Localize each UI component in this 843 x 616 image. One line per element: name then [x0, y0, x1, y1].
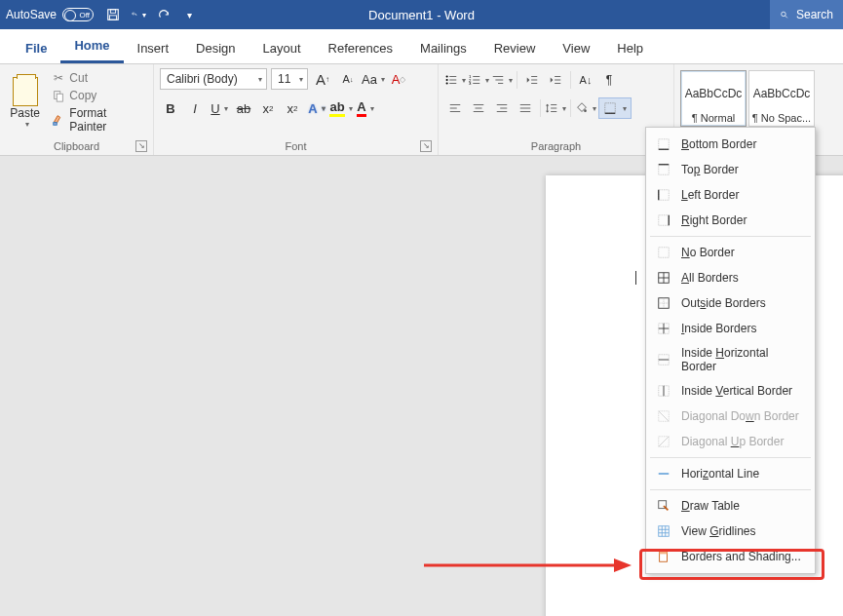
- svg-rect-76: [659, 526, 670, 537]
- group-clipboard: Paste ▾ ✂ Cut Copy Form: [0, 64, 154, 155]
- line-spacing-button[interactable]: ▾: [545, 98, 566, 118]
- undo-icon[interactable]: ▾: [131, 7, 146, 22]
- text-cursor: [635, 271, 636, 285]
- tab-view[interactable]: View: [549, 33, 603, 63]
- borders-button[interactable]: ▾: [598, 97, 632, 119]
- copy-button[interactable]: Copy: [50, 88, 147, 103]
- underline-button[interactable]: U▾: [209, 97, 230, 119]
- tab-references[interactable]: References: [315, 33, 406, 63]
- clear-formatting-button[interactable]: A◇: [388, 68, 409, 90]
- svg-point-10: [446, 79, 448, 81]
- menu-inside-borders[interactable]: Inside Borders: [646, 316, 815, 341]
- quick-access-toolbar: ▾ ▾: [105, 7, 197, 22]
- change-case-button[interactable]: Aa▾: [363, 68, 384, 90]
- menu-all-borders[interactable]: All Borders: [646, 265, 815, 290]
- svg-rect-52: [659, 190, 670, 201]
- sort-button[interactable]: A↓: [575, 70, 596, 90]
- menu-outside-borders[interactable]: Outside Borders: [646, 290, 815, 316]
- tab-insert[interactable]: Insert: [124, 33, 183, 63]
- cut-button[interactable]: ✂ Cut: [50, 70, 147, 86]
- save-icon[interactable]: [105, 7, 121, 22]
- grow-font-button[interactable]: A↑: [312, 68, 333, 90]
- scissors-icon: ✂: [52, 71, 65, 85]
- autosave-control[interactable]: AutoSave Off: [6, 8, 94, 21]
- inside-v-border-icon: [656, 383, 671, 399]
- tab-design[interactable]: Design: [182, 33, 249, 63]
- svg-rect-50: [659, 165, 670, 175]
- svg-point-8: [446, 75, 448, 77]
- menu-bottom-border[interactable]: Bottom Border: [646, 132, 815, 157]
- menu-borders-and-shading[interactable]: Borders and Shading...: [646, 544, 815, 569]
- menu-no-border[interactable]: No Border: [646, 240, 815, 265]
- menu-inside-horizontal-border[interactable]: Inside Horizontal Border: [646, 341, 815, 378]
- svg-point-3: [782, 12, 786, 16]
- clipboard-launcher[interactable]: ↘: [135, 140, 147, 152]
- clipboard-icon: [13, 77, 38, 106]
- svg-rect-56: [659, 248, 670, 258]
- diag-down-icon: [656, 408, 671, 424]
- right-border-icon: [656, 212, 671, 228]
- autosave-toggle[interactable]: Off: [62, 8, 94, 21]
- qat-customize-icon[interactable]: ▾: [181, 7, 197, 22]
- shading-button[interactable]: ▾: [575, 98, 596, 118]
- outside-borders-icon: [656, 295, 671, 311]
- justify-button[interactable]: [515, 98, 536, 118]
- font-size-combo[interactable]: 11▾: [271, 68, 308, 90]
- title-bar: AutoSave Off ▾ ▾ Document1 - Word Search: [0, 0, 843, 29]
- strikethrough-button[interactable]: ab: [233, 97, 254, 119]
- decrease-indent-button[interactable]: [521, 70, 543, 90]
- menu-top-border[interactable]: Top Border: [646, 157, 815, 182]
- increase-indent-button[interactable]: [545, 70, 566, 90]
- font-family-combo[interactable]: Calibri (Body)▾: [160, 68, 267, 90]
- align-center-button[interactable]: [468, 98, 489, 118]
- menu-horizontal-line[interactable]: Horizontal Line: [646, 461, 815, 486]
- style-normal[interactable]: AaBbCcDc ¶ Normal: [680, 70, 747, 127]
- menu-view-gridlines[interactable]: View Gridlines: [646, 519, 815, 544]
- draw-table-icon: [656, 498, 671, 514]
- show-marks-button[interactable]: ¶: [598, 70, 620, 90]
- svg-rect-46: [605, 103, 616, 114]
- bottom-border-icon: [656, 136, 671, 152]
- svg-line-4: [786, 16, 787, 18]
- menu-left-border[interactable]: Left Border: [646, 182, 815, 208]
- bullets-button[interactable]: ▾: [444, 70, 466, 90]
- superscript-button[interactable]: x2: [282, 97, 303, 119]
- highlight-button[interactable]: ab▾: [330, 97, 352, 119]
- font-launcher[interactable]: ↘: [420, 140, 432, 152]
- paste-button[interactable]: Paste ▾: [6, 68, 44, 136]
- tab-file[interactable]: File: [12, 33, 60, 63]
- svg-rect-54: [659, 215, 670, 226]
- menu-right-border[interactable]: Right Border: [646, 208, 815, 233]
- inside-h-border-icon: [656, 352, 671, 367]
- subscript-button[interactable]: x2: [257, 97, 279, 119]
- italic-button[interactable]: I: [184, 97, 206, 119]
- redo-icon[interactable]: [156, 7, 172, 22]
- tab-review[interactable]: Review: [480, 33, 550, 63]
- font-color-button[interactable]: A▾: [355, 97, 376, 119]
- style-no-spacing[interactable]: AaBbCcDc ¶ No Spac...: [748, 70, 815, 127]
- align-right-button[interactable]: [491, 98, 513, 118]
- shrink-font-button[interactable]: A↓: [337, 68, 359, 90]
- menu-draw-table[interactable]: Draw Table: [646, 493, 815, 519]
- group-paragraph: ▾ 123▾ ▾ A↓ ¶ ▾: [439, 64, 674, 155]
- align-left-button[interactable]: [444, 98, 466, 118]
- text-effects-button[interactable]: A▾: [306, 97, 327, 119]
- gridlines-icon: [656, 523, 671, 539]
- format-painter-button[interactable]: Format Painter: [50, 105, 147, 135]
- svg-point-45: [584, 109, 587, 112]
- no-border-icon: [656, 245, 671, 260]
- tab-layout[interactable]: Layout: [249, 33, 315, 63]
- numbering-button[interactable]: 123▾: [468, 70, 489, 90]
- search-box[interactable]: Search: [770, 0, 843, 29]
- ribbon-tabs: File Home Insert Design Layout Reference…: [0, 29, 843, 64]
- svg-rect-48: [659, 139, 670, 150]
- bold-button[interactable]: B: [160, 97, 181, 119]
- multilevel-button[interactable]: ▾: [491, 70, 513, 90]
- menu-inside-vertical-border[interactable]: Inside Vertical Border: [646, 378, 815, 404]
- tab-help[interactable]: Help: [603, 33, 657, 63]
- tab-home[interactable]: Home: [60, 30, 123, 63]
- borders-shading-icon: [656, 549, 671, 564]
- svg-rect-2: [110, 16, 117, 19]
- group-title-clipboard: Clipboard ↘: [6, 138, 147, 155]
- tab-mailings[interactable]: Mailings: [406, 33, 480, 63]
